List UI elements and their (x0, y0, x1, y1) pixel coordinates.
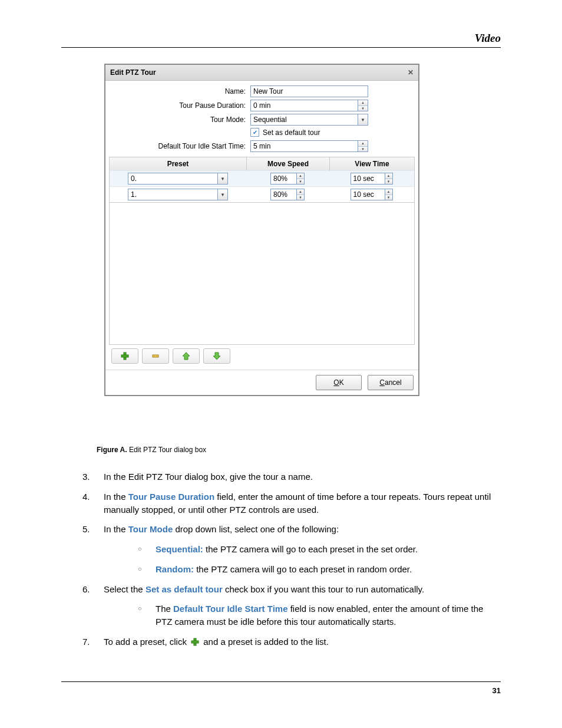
speed-spinner[interactable]: ▲▼ (296, 173, 305, 185)
idle-spinner[interactable]: ▲▼ (358, 140, 368, 152)
speed-spinner[interactable]: ▲▼ (296, 189, 305, 200)
svg-rect-2 (153, 355, 158, 357)
ok-button[interactable]: OK (316, 375, 362, 390)
preset-table: Preset Move Speed View Time ▼ (109, 157, 415, 345)
pause-input[interactable] (250, 100, 358, 111)
close-icon[interactable]: ✕ (408, 68, 414, 77)
step-number: 7. (82, 635, 104, 648)
step-text: To add a preset, click and a preset is a… (104, 635, 501, 648)
default-tour-label: Set as default tour (263, 129, 320, 137)
bullet-icon: ○ (138, 563, 156, 576)
svg-marker-4 (213, 353, 220, 360)
speed-input[interactable] (270, 189, 296, 200)
step-number: 4. (82, 490, 104, 516)
preset-select[interactable] (128, 173, 217, 185)
mode-select[interactable] (250, 114, 358, 126)
table-row: ▼ ▲▼ ▲▼ (110, 186, 414, 202)
col-speed: Move Speed (247, 157, 330, 170)
step-text: Select the Set as default tour check box… (104, 583, 501, 628)
plus-icon (190, 638, 200, 646)
arrow-down-icon (213, 352, 221, 360)
table-row: ▼ ▲▼ ▲▼ (110, 170, 414, 186)
viewtime-input[interactable] (351, 189, 385, 200)
cancel-button[interactable]: Cancel (368, 375, 414, 390)
step-number: 5. (82, 523, 104, 575)
table-blank-area (110, 202, 414, 344)
svg-rect-1 (121, 355, 128, 357)
figure-caption: Figure A. Edit PTZ Tour dialog box (97, 446, 206, 454)
header-section: Video (475, 32, 501, 45)
col-preset: Preset (110, 157, 247, 170)
move-down-button[interactable] (203, 348, 230, 364)
step-number: 6. (82, 583, 104, 628)
pause-spinner[interactable]: ▲▼ (358, 100, 368, 111)
dialog-title: Edit PTZ Tour (110, 68, 156, 77)
idle-input[interactable] (250, 140, 358, 152)
col-view: View Time (330, 157, 414, 170)
speed-input[interactable] (270, 173, 296, 185)
chevron-down-icon[interactable]: ▼ (217, 173, 228, 185)
chevron-down-icon[interactable]: ▼ (358, 114, 368, 126)
header-rule (61, 47, 501, 48)
pause-label: Tour Pause Duration: (109, 101, 250, 110)
dialog-figure: Edit PTZ Tour ✕ Name: Tour Pause Duratio… (104, 64, 419, 396)
chevron-down-icon[interactable]: ▼ (217, 189, 228, 200)
viewtime-spinner[interactable]: ▲▼ (385, 173, 393, 185)
move-up-button[interactable] (173, 348, 200, 364)
add-preset-button[interactable] (111, 348, 138, 364)
bullet-icon: ○ (138, 543, 156, 556)
page-number: 31 (492, 686, 501, 695)
svg-rect-6 (191, 641, 199, 643)
step-text: In the Tour Mode drop down list, select … (104, 523, 501, 575)
name-input[interactable] (250, 85, 368, 97)
preset-select[interactable] (128, 189, 217, 200)
idle-label: Default Tour Idle Start Time: (109, 142, 250, 150)
footer-rule (61, 681, 501, 682)
mode-label: Tour Mode: (109, 116, 250, 124)
step-number: 3. (82, 470, 104, 483)
minus-icon (151, 352, 160, 360)
viewtime-input[interactable] (351, 173, 385, 185)
viewtime-spinner[interactable]: ▲▼ (385, 189, 393, 200)
step-text: In the Edit PTZ Tour dialog box, give th… (104, 470, 501, 483)
plus-icon (121, 352, 129, 360)
name-label: Name: (109, 87, 250, 95)
step-text: In the Tour Pause Duration field, enter … (104, 490, 501, 516)
svg-marker-3 (183, 353, 190, 360)
arrow-up-icon (182, 352, 190, 360)
remove-preset-button[interactable] (142, 348, 169, 364)
bullet-icon: ○ (138, 602, 156, 628)
default-tour-checkbox[interactable]: ✔ (250, 128, 259, 137)
